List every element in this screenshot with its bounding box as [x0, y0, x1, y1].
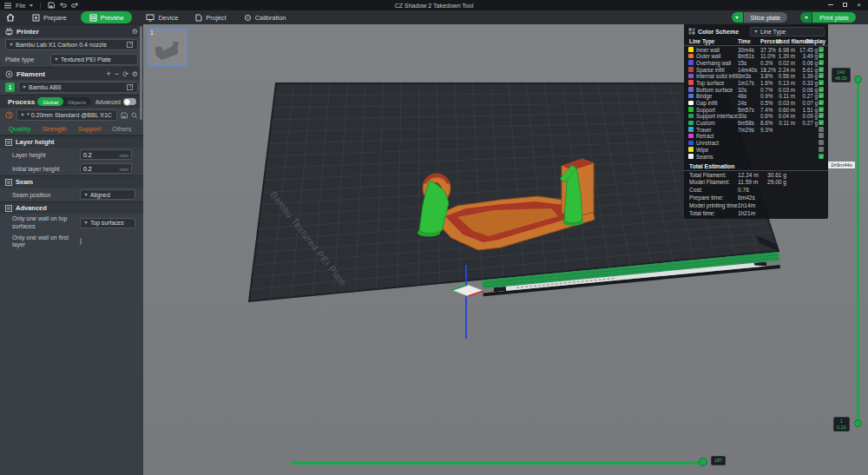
- process-preset-select[interactable]: * 0.20mm Standard @BBL X1C: [16, 109, 117, 121]
- redo-icon[interactable]: [71, 2, 79, 9]
- tab-project[interactable]: Project: [187, 10, 234, 24]
- save-preset-icon[interactable]: [121, 112, 128, 119]
- line-type-name: Unretract: [696, 140, 719, 146]
- display-checkbox[interactable]: [819, 147, 824, 152]
- legend-row-internal-solid-infill[interactable]: Internal solid infill3m3s3.8%0.56 m1.39 …: [684, 73, 828, 80]
- legend-row-sparse-infill[interactable]: Sparse infill14m40s18.2%2.24 m5.61 g✓: [684, 66, 828, 73]
- display-checkbox[interactable]: ✓: [819, 53, 824, 58]
- print-plate-dropdown[interactable]: [800, 12, 812, 23]
- remove-filament-button[interactable]: −: [115, 70, 119, 78]
- slice-plate-dropdown[interactable]: [732, 12, 743, 23]
- tab-preview[interactable]: Preview: [81, 11, 133, 23]
- tab-device[interactable]: Device: [137, 10, 187, 24]
- scope-objects[interactable]: Objects: [63, 99, 90, 105]
- file-menu[interactable]: File: [16, 3, 25, 9]
- legend-row-unretract[interactable]: Unretract: [684, 140, 828, 147]
- minimize-button[interactable]: [828, 0, 833, 10]
- display-checkbox[interactable]: ✓: [819, 107, 824, 112]
- legend-row-custom[interactable]: Custom6m58s8.6%0.11 m0.27 g✓: [684, 120, 828, 127]
- legend-row-retract[interactable]: Retract: [684, 133, 828, 140]
- view-mode-select[interactable]: Line Type: [750, 27, 825, 36]
- filament-preset-select[interactable]: Bambu ABS: [18, 82, 138, 93]
- filament-slot-badge[interactable]: 1: [5, 82, 15, 92]
- legend-row-gap-infill[interactable]: Gap infill24s0.5%0.03 m0.07 g✓: [684, 100, 828, 107]
- tab-prepare[interactable]: Prepare: [23, 10, 76, 24]
- display-checkbox[interactable]: ✓: [819, 120, 824, 125]
- menu-icon[interactable]: [4, 3, 11, 9]
- setting-row-only-one-wall-on-first-layer: Only one wall on first layer: [0, 233, 143, 252]
- legend-row-wipe[interactable]: Wipe: [684, 146, 828, 153]
- display-checkbox[interactable]: ✓: [819, 73, 824, 78]
- line-type-filament-g: 0.09 g: [795, 113, 818, 119]
- restore-button[interactable]: [843, 0, 847, 10]
- display-checkbox[interactable]: [819, 133, 824, 138]
- layer-slider-bottom-handle[interactable]: [854, 419, 862, 427]
- line-type-percent: 0.9%: [760, 93, 773, 99]
- display-checkbox[interactable]: [819, 127, 824, 132]
- setting-input-layer-height[interactable]: 0.2mm: [80, 149, 132, 160]
- advanced-toggle[interactable]: [123, 98, 136, 105]
- legend-row-support[interactable]: Support5m57s7.4%0.60 m1.51 g✓: [684, 106, 828, 113]
- display-checkbox[interactable]: ✓: [819, 80, 824, 85]
- plate-thumbnail[interactable]: 1: [148, 28, 187, 67]
- setting-control: Aligned: [80, 189, 137, 200]
- tab-calibration[interactable]: Calibration: [235, 10, 295, 24]
- search-icon[interactable]: [131, 112, 138, 119]
- display-checkbox[interactable]: [819, 140, 824, 145]
- legend-row-bottom-surface[interactable]: Bottom surface32s0.7%0.03 m0.06 g✓: [684, 86, 828, 93]
- setting-select-seam-position[interactable]: Aligned: [80, 189, 135, 200]
- plate-type-select[interactable]: Textured PEI Plate: [50, 54, 138, 65]
- filament-settings-gear-icon[interactable]: ⚙: [132, 70, 138, 78]
- display-checkbox[interactable]: ✓: [819, 93, 824, 98]
- legend-row-seams[interactable]: Seams✓: [684, 153, 828, 160]
- edit-filament-icon[interactable]: [127, 83, 134, 91]
- printer-section-header: Printer ⚙: [0, 24, 143, 37]
- history-icon[interactable]: [5, 111, 13, 119]
- line-type-percent: 0.7%: [760, 87, 773, 93]
- process-scope-toggle[interactable]: Global Objects: [37, 97, 90, 106]
- tab-strength[interactable]: Strength: [42, 125, 66, 133]
- edit-printer-icon[interactable]: [127, 41, 134, 49]
- file-menu-chevron-icon[interactable]: [30, 4, 33, 7]
- tab-others[interactable]: Others: [112, 125, 132, 133]
- setting-checkbox-only-one-wall-on-first-layer[interactable]: [80, 238, 82, 246]
- legend-row-bridge[interactable]: Bridge46s0.9%0.11 m0.27 g✓: [684, 93, 828, 100]
- home-icon[interactable]: [6, 13, 15, 22]
- layer-slider-top-handle[interactable]: [854, 76, 862, 83]
- undo-icon[interactable]: [59, 2, 67, 9]
- display-checkbox[interactable]: ✓: [819, 100, 824, 105]
- display-checkbox[interactable]: ✓: [819, 67, 824, 72]
- add-filament-button[interactable]: +: [107, 70, 111, 78]
- slice-plate-button[interactable]: Slice plate: [732, 12, 788, 23]
- legend-row-support-interface[interactable]: Support interface30s0.6%0.04 m0.09 g✓: [684, 113, 828, 120]
- legend-row-inner-wall[interactable]: Inner wall30m4s37.3%6.98 m17.45 g✓: [684, 46, 828, 53]
- 3d-viewport[interactable]: Bambu Textured PEI Plate: [143, 24, 868, 475]
- setting-input-initial-layer-height[interactable]: 0.2mm: [80, 163, 132, 174]
- legend-row-travel[interactable]: Travel7m29s9.3%: [684, 126, 828, 133]
- legend-row-top-surface[interactable]: Top surface1m17s1.6%0.13 m0.33 g✓: [684, 79, 828, 86]
- display-checkbox[interactable]: ✓: [819, 87, 824, 92]
- legend-row-overhang-wall[interactable]: Overhang wall15s0.3%0.02 m0.06 g✓: [684, 59, 828, 66]
- step-slider-track[interactable]: [291, 461, 705, 465]
- display-checkbox[interactable]: ✓: [819, 47, 824, 52]
- line-type-filament-g: 5.61 g: [795, 67, 818, 73]
- layer-slider-track[interactable]: [857, 78, 859, 426]
- step-slider-handle[interactable]: [699, 458, 707, 466]
- printer-settings-gear-icon[interactable]: ⚙: [132, 28, 138, 36]
- setting-select-only-one-wall-on-top-surfaces[interactable]: Top surfaces: [80, 218, 135, 228]
- tab-support[interactable]: Support: [78, 125, 101, 133]
- setting-row-initial-layer-height: Initial layer height0.2mm: [0, 162, 143, 175]
- display-checkbox[interactable]: ✓: [819, 113, 824, 118]
- display-checkbox[interactable]: ✓: [819, 60, 824, 65]
- legend-row-outer-wall[interactable]: Outer wall8m51s11.0%1.39 m3.49 g✓: [684, 53, 828, 60]
- save-icon[interactable]: [48, 2, 55, 9]
- scope-global[interactable]: Global: [37, 97, 63, 106]
- sidebar-scrollbar[interactable]: [140, 26, 142, 120]
- display-checkbox[interactable]: ✓: [819, 154, 824, 159]
- sync-filament-icon[interactable]: ⟳: [122, 70, 128, 78]
- close-button[interactable]: ×: [857, 0, 861, 10]
- plate-type-label: Plate type: [5, 56, 47, 63]
- print-plate-button[interactable]: Print plate: [800, 12, 856, 23]
- tab-quality[interactable]: Quality: [9, 125, 30, 133]
- printer-preset-select[interactable]: Bambu Lab X1 Carbon 0.4 nozzle: [5, 39, 138, 50]
